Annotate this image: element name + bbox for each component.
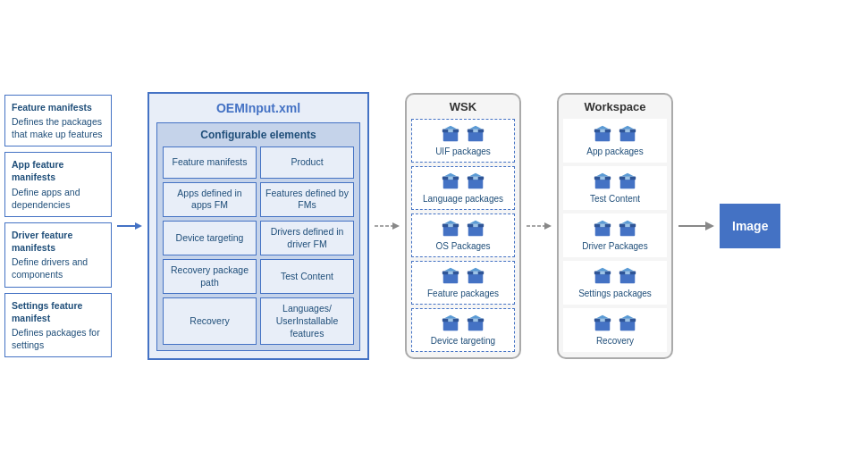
ws-box-icon-7 [593, 266, 612, 286]
oem-title: OEMInput.xml [216, 101, 300, 115]
sidebar-app-manifests-title: App feature manifests [12, 158, 105, 183]
svg-rect-26 [473, 224, 478, 228]
oem-grid: Feature manifests Product Apps defined i… [163, 146, 354, 346]
oem-inner-box: Configurable elements Feature manifests … [156, 122, 360, 352]
left-sidebar: Feature manifests Defines the packages t… [4, 95, 112, 358]
sidebar-feature-manifests-title: Feature manifests [12, 101, 105, 113]
svg-marker-61 [621, 173, 635, 177]
svg-rect-72 [600, 272, 605, 275]
svg-rect-42 [473, 319, 478, 322]
svg-marker-1 [135, 222, 142, 230]
sidebar-driver-manifests-title: Driver feature manifests [12, 229, 105, 254]
svg-marker-73 [596, 268, 610, 272]
box-icon-9 [441, 314, 460, 333]
wsk-lang-icons [441, 172, 485, 191]
box-icon-5 [441, 219, 460, 239]
ws-box-icon-3 [593, 172, 612, 191]
svg-marker-27 [469, 221, 483, 224]
wsk-column: WSK UIF packages [405, 93, 521, 359]
svg-marker-11 [469, 126, 483, 130]
svg-marker-65 [596, 221, 610, 224]
wsk-uif-label: UIF packages [435, 146, 491, 157]
ws-box-icon-1 [593, 124, 612, 144]
wsk-feature-packages: Feature packages [411, 261, 515, 305]
oem-inner-title: Configurable elements [163, 129, 354, 141]
box-icon-1 [441, 124, 460, 144]
svg-rect-6 [448, 130, 453, 133]
box-icon-3 [441, 172, 460, 191]
svg-marker-69 [621, 221, 635, 224]
svg-rect-14 [448, 177, 453, 180]
arrow-sidebar-to-oem [117, 219, 142, 233]
ws-box-icon-4 [618, 172, 637, 191]
wsk-uif-icons [441, 124, 485, 144]
svg-marker-57 [596, 173, 610, 177]
svg-marker-45 [544, 222, 552, 230]
diagram-container: Feature manifests Defines the packages t… [0, 0, 868, 452]
workspace-settings-packages: Settings packages [563, 261, 667, 305]
svg-marker-23 [444, 221, 458, 224]
ws-driver-label: Driver Packages [582, 241, 647, 252]
svg-marker-31 [444, 268, 458, 272]
svg-marker-87 [705, 222, 714, 230]
svg-marker-7 [444, 126, 458, 130]
oem-cell-recovery-path: Recovery package path [163, 259, 257, 294]
wsk-lang-label: Language packages [423, 194, 503, 205]
ws-box-icon-6 [618, 219, 637, 239]
svg-marker-35 [469, 268, 483, 272]
sidebar-settings-manifest-title: Settings feature manifest [12, 299, 105, 324]
oem-cell-drivers-fm: Drivers defined in driver FM [260, 221, 354, 255]
oem-cell-feature-manifests: Feature manifests [163, 146, 257, 179]
wsk-feature-icons [441, 266, 485, 286]
svg-rect-80 [600, 319, 605, 322]
svg-marker-53 [621, 126, 635, 130]
wsk-device-icons [441, 314, 485, 333]
wsk-language-packages: Language packages [411, 166, 515, 210]
ws-settings-label: Settings packages [578, 289, 652, 299]
svg-marker-19 [469, 173, 483, 177]
workspace-test-content: Test Content [563, 166, 667, 210]
svg-rect-18 [473, 177, 478, 180]
arrow-workspace-to-image [678, 217, 714, 235]
ws-box-icon-2 [618, 124, 637, 144]
svg-marker-3 [392, 222, 400, 230]
svg-marker-85 [621, 315, 635, 319]
svg-marker-15 [444, 173, 458, 177]
image-box: Image [720, 204, 780, 248]
workspace-app-packages: App packages [563, 119, 667, 163]
box-icon-8 [466, 266, 485, 286]
oem-cell-device-targeting: Device targeting [163, 221, 257, 255]
oem-cell-product: Product [260, 146, 354, 179]
wsk-os-icons [441, 219, 485, 239]
box-icon-4 [466, 172, 485, 191]
svg-marker-77 [621, 268, 635, 272]
ws-recovery-label: Recovery [596, 336, 634, 347]
wsk-os-packages: OS Packages [411, 213, 515, 257]
sidebar-settings-manifest-desc: Defines packages for settings [12, 327, 100, 350]
oem-cell-features-fms: Features defined by FMs [260, 182, 354, 217]
workspace-recovery: Recovery [563, 308, 667, 352]
wsk-uif-packages: UIF packages [411, 119, 515, 163]
wsk-feature-label: Feature packages [427, 289, 499, 299]
ws-box-icon-8 [618, 266, 637, 286]
ws-test-label: Test Content [590, 194, 640, 205]
oem-cell-apps-fm: Apps defined in apps FM [163, 182, 257, 217]
svg-rect-30 [448, 272, 453, 275]
workspace-driver-packages: Driver Packages [563, 213, 667, 257]
wsk-device-targeting: Device targeting [411, 308, 515, 352]
arrow-wsk-to-workspace [527, 219, 552, 233]
box-icon-2 [466, 124, 485, 144]
sidebar-driver-manifests-desc: Define drivers and components [12, 256, 88, 280]
wsk-title: WSK [411, 100, 515, 113]
workspace-column: Workspace App packages [557, 93, 673, 359]
svg-rect-34 [473, 272, 478, 275]
svg-rect-60 [625, 177, 630, 180]
sidebar-item-settings-feature-manifest: Settings feature manifest Defines packag… [4, 293, 112, 358]
svg-rect-22 [448, 224, 453, 228]
svg-rect-56 [600, 177, 605, 180]
sidebar-feature-manifests-desc: Defines the packages that make up featur… [12, 116, 103, 139]
sidebar-item-feature-manifests: Feature manifests Defines the packages t… [4, 95, 112, 147]
ws-box-icon-5 [593, 219, 612, 239]
svg-rect-52 [625, 130, 630, 133]
box-icon-10 [466, 314, 485, 333]
